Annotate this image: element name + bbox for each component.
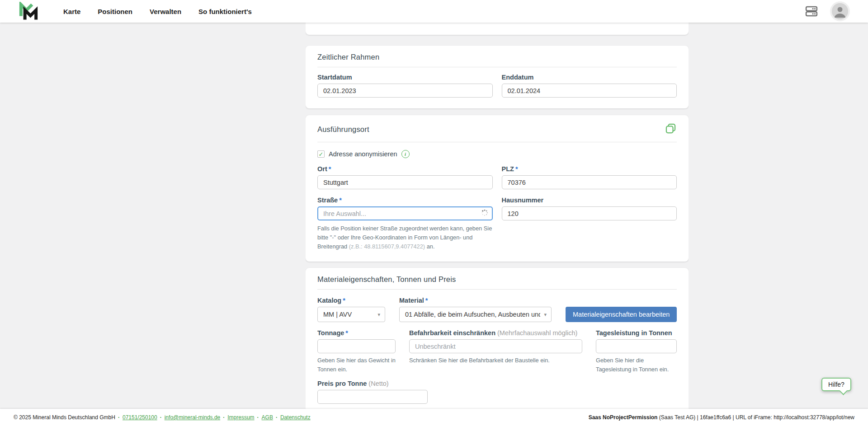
plz-input[interactable] [502, 175, 677, 189]
material-label: Material* [399, 297, 552, 304]
footer-environment-info: Saas NoProjectPermission (Saas Test AG) … [589, 414, 854, 421]
info-icon[interactable]: i [401, 150, 410, 158]
tonnage-label: Tonnage* [317, 329, 396, 337]
app-header: Karte Positionen Verwalten So funktionie… [0, 0, 868, 23]
field-plz: PLZ* [502, 165, 677, 189]
section-title-ausfuehrungsort: Ausführungsort [317, 125, 369, 134]
section-title-material: Materialeigenschaften, Tonnen und Preis [317, 275, 677, 284]
required-marker: * [343, 297, 345, 304]
startdatum-label: Startdatum [317, 74, 493, 81]
section-divider [317, 67, 677, 67]
anonymize-checkbox[interactable]: ✓ [317, 150, 325, 158]
enddatum-label: Enddatum [502, 74, 677, 81]
startdatum-input[interactable] [317, 84, 493, 98]
befahrbarkeit-label: Befahrbarkeit einschränken (Mehrfachausw… [409, 329, 582, 337]
tagesleistung-helper-text: Geben Sie hier die Tagesleistung in Tonn… [596, 356, 677, 373]
mineral-minds-logo-icon[interactable] [18, 2, 39, 21]
field-strasse: Straße* [317, 197, 493, 251]
footer-link-agb[interactable]: AGB [262, 414, 273, 421]
footer-separator: · [257, 414, 259, 421]
required-marker: * [345, 329, 348, 337]
copy-icon[interactable] [665, 122, 677, 136]
hilfe-bubble-tail-mask [839, 387, 848, 390]
material-select[interactable]: 01 Abfälle, die beim Aufsuchen, Ausbeute… [399, 307, 552, 322]
katalog-select[interactable]: MM | AVV ▾ [317, 307, 385, 322]
tonnage-input[interactable] [317, 339, 396, 353]
footer-left: © 2025 Mineral Minds Deutschland GmbH · … [14, 414, 311, 421]
anonymize-label: Adresse anonymisieren [329, 150, 397, 158]
section-divider [317, 289, 677, 290]
hausnummer-input[interactable] [502, 206, 677, 220]
tagesleistung-input[interactable] [596, 339, 677, 353]
enddatum-input[interactable] [502, 84, 677, 98]
tonnage-helper-text: Geben Sie hier das Gewicht in Tonnen ein… [317, 356, 396, 373]
ort-input[interactable] [317, 175, 493, 189]
nav-item-positionen[interactable]: Positionen [96, 5, 134, 18]
form-content: Zeitlicher Rahmen Startdatum Enddatum Au… [306, 23, 689, 409]
required-marker: * [329, 165, 331, 173]
card-partial-top [306, 23, 689, 35]
field-preis-pro-tonne: Preis pro Tonne (Netto) [317, 380, 677, 404]
preis-input[interactable] [317, 390, 428, 404]
app-footer: © 2025 Mineral Minds Deutschland GmbH · … [0, 409, 868, 426]
user-avatar[interactable] [832, 3, 848, 19]
footer-separator: · [276, 414, 278, 421]
field-katalog: Katalog* MM | AVV ▾ [317, 297, 385, 322]
footer-link-phone[interactable]: 07151/250100 [123, 414, 157, 421]
field-tagesleistung: Tagesleistung in Tonnen Geben Sie hier d… [596, 329, 677, 373]
strasse-input[interactable] [317, 206, 493, 220]
strasse-label: Straße* [317, 197, 493, 204]
tagesleistung-label: Tagesleistung in Tonnen [596, 329, 677, 337]
field-startdatum: Startdatum [317, 74, 493, 98]
card-materialeigenschaften: Materialeigenschaften, Tonnen und Preis … [306, 268, 689, 409]
nav-item-karte[interactable]: Karte [61, 5, 82, 18]
katalog-label: Katalog* [317, 297, 385, 304]
hausnummer-label: Hausnummer [502, 197, 677, 204]
footer-link-impressum[interactable]: Impressum [227, 414, 254, 421]
anonymize-row: ✓ Adresse anonymisieren i [317, 149, 677, 159]
footer-link-datenschutz[interactable]: Datenschutz [280, 414, 311, 421]
copyright-text: © 2025 Mineral Minds Deutschland GmbH [14, 414, 115, 421]
preis-label: Preis pro Tonne (Netto) [317, 380, 677, 387]
plz-label: PLZ* [502, 165, 677, 173]
card-ausfuehrungsort: Ausführungsort ✓ Adresse anonymisieren i… [306, 115, 689, 262]
section-divider [317, 142, 677, 142]
loading-spinner-icon [481, 209, 488, 218]
server-list-icon[interactable] [803, 4, 820, 19]
field-ort: Ort* [317, 165, 493, 189]
section-title-zeitlicher-rahmen: Zeitlicher Rahmen [317, 53, 677, 61]
field-enddatum: Enddatum [502, 74, 677, 98]
required-marker: * [425, 297, 428, 304]
required-marker: * [339, 197, 342, 204]
befahrbarkeit-helper-text: Schränken Sie hier die Befahrbarkeit der… [409, 356, 582, 365]
materialeigenschaften-bearbeiten-button[interactable]: Materialeigenschaften bearbeiten [566, 307, 677, 322]
strasse-helper-text: Falls die Position keiner Straße zugeord… [317, 224, 493, 251]
main-nav: Karte Positionen Verwalten So funktionie… [61, 5, 254, 18]
chevron-down-icon: ▾ [544, 312, 547, 318]
footer-separator: · [160, 414, 162, 421]
header-right [803, 3, 848, 19]
chevron-down-icon: ▾ [377, 312, 380, 318]
footer-separator: · [223, 414, 225, 421]
befahrbarkeit-input[interactable] [409, 339, 582, 353]
ort-label: Ort* [317, 165, 493, 173]
required-marker: * [515, 165, 518, 173]
nav-item-so-funktionierts[interactable]: So funktioniert's [197, 5, 254, 18]
field-befahrbarkeit: Befahrbarkeit einschränken (Mehrfachausw… [409, 329, 582, 373]
field-hausnummer: Hausnummer [502, 197, 677, 251]
card-zeitlicher-rahmen: Zeitlicher Rahmen Startdatum Enddatum [306, 46, 689, 108]
footer-separator: · [118, 414, 120, 421]
hilfe-button[interactable]: Hilfe? [821, 378, 851, 391]
field-tonnage: Tonnage* Geben Sie hier das Gewicht in T… [317, 329, 396, 373]
footer-link-email[interactable]: info@mineral-minds.de [165, 414, 221, 421]
nav-item-verwalten[interactable]: Verwalten [148, 5, 183, 18]
field-material: Material* 01 Abfälle, die beim Aufsuchen… [399, 297, 552, 322]
